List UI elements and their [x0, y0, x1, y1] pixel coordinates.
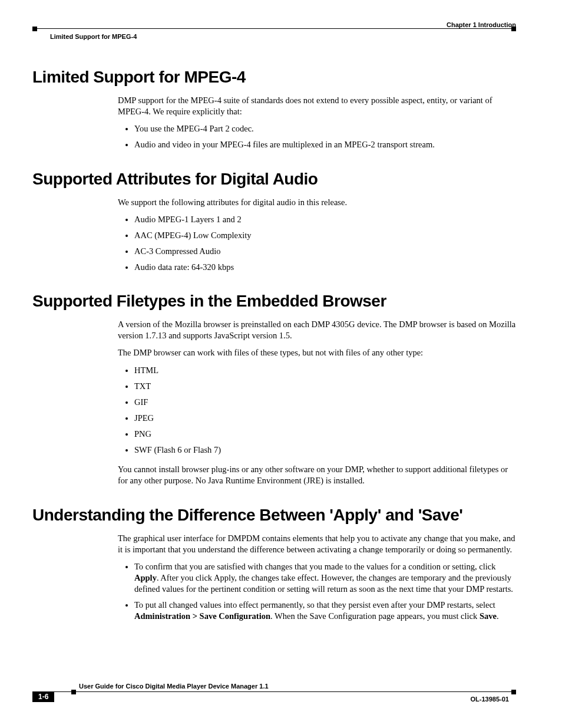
bullet-list: Audio MPEG-1 Layers 1 and 2 AAC (MPEG-4)…	[118, 214, 516, 274]
text-run: .	[497, 611, 499, 621]
text-run: . When the Save Configuration page appea…	[270, 611, 480, 621]
paragraph: The DMP browser can work with files of t…	[118, 347, 516, 358]
list-item: You use the MPEG-4 Part 2 codec.	[134, 123, 516, 134]
paragraph: The graphical user interface for DMPDM c…	[118, 533, 516, 555]
list-item: TXT	[134, 381, 516, 392]
text-run: . After you click Apply, the changes tak…	[134, 573, 513, 594]
footer-doc-id: OL-13985-01	[471, 696, 509, 703]
bold-text: Apply	[134, 573, 157, 582]
bullet-list: HTML TXT GIF JPEG PNG SWF (Flash 6 or Fl…	[118, 365, 516, 456]
list-item: HTML	[134, 365, 516, 376]
list-item: PNG	[134, 429, 516, 440]
footer-marker-left	[71, 690, 76, 694]
bold-text: Save	[480, 611, 497, 621]
paragraph: You cannot install browser plug-ins or a…	[118, 464, 516, 486]
paragraph: DMP support for the MPEG-4 suite of stan…	[118, 95, 516, 117]
text-run: To confirm that you are satisfied with c…	[134, 562, 495, 571]
paragraph: We support the following attributes for …	[118, 197, 516, 208]
list-item: Audio data rate: 64-320 kbps	[134, 262, 516, 273]
list-item: Audio MPEG-1 Layers 1 and 2	[134, 214, 516, 225]
list-item: To put all changed values into effect pe…	[134, 599, 516, 622]
footer-rule	[32, 691, 516, 692]
bold-text: Administration > Save Configuration	[134, 611, 270, 621]
list-item: GIF	[134, 397, 516, 408]
section-heading: Supported Attributes for Digital Audio	[32, 170, 516, 189]
header-rule	[32, 28, 516, 29]
paragraph: A version of the Mozilla browser is prei…	[118, 319, 516, 341]
chapter-label: Chapter 1 Introduction	[447, 21, 516, 28]
header-marker-right	[511, 27, 516, 31]
section-heading: Supported Filetypes in the Embedded Brow…	[32, 292, 516, 311]
list-item: JPEG	[134, 413, 516, 424]
footer-marker-right	[511, 690, 516, 694]
list-item: AC-3 Compressed Audio	[134, 246, 516, 257]
list-item: Audio and video in your MPEG-4 files are…	[134, 139, 516, 150]
text-run: To put all changed values into effect pe…	[134, 600, 495, 610]
section-heading: Limited Support for MPEG-4	[32, 68, 516, 87]
list-item: AAC (MPEG-4) Low Complexity	[134, 230, 516, 241]
breadcrumb: Limited Support for MPEG-4	[50, 33, 137, 40]
list-item: To confirm that you are satisfied with c…	[134, 561, 516, 595]
bullet-list: You use the MPEG-4 Part 2 codec. Audio a…	[118, 123, 516, 150]
bullet-list: To confirm that you are satisfied with c…	[118, 561, 516, 622]
footer-guide-title: User Guide for Cisco Digital Media Playe…	[79, 683, 269, 690]
section-heading: Understanding the Difference Between 'Ap…	[32, 506, 516, 525]
header-marker-left	[32, 27, 37, 31]
list-item: SWF (Flash 6 or Flash 7)	[134, 444, 516, 456]
page-number: 1-6	[32, 691, 54, 702]
